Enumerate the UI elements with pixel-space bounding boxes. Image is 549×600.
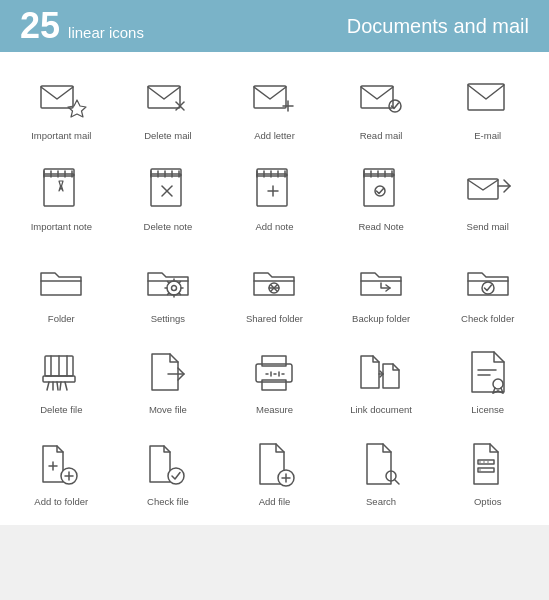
add-file-label: Add file	[259, 496, 291, 507]
svg-line-69	[47, 382, 49, 390]
svg-rect-5	[254, 86, 286, 108]
add-file-icon	[246, 436, 302, 492]
svg-point-50	[171, 285, 176, 290]
icon-cell-delete-mail: Delete mail	[115, 64, 222, 147]
svg-rect-28	[257, 174, 287, 206]
icon-cell-settings: Settings	[115, 247, 222, 330]
icon-cell-check-folder: Check folder	[434, 247, 541, 330]
add-letter-icon	[246, 70, 302, 126]
icon-cell-important-note: Important note	[8, 155, 115, 238]
settings-icon	[140, 253, 196, 309]
delete-note-label: Delete note	[144, 221, 193, 232]
search-label: Search	[366, 496, 396, 507]
svg-rect-29	[257, 169, 287, 176]
icon-cell-move-file: Move file	[115, 338, 222, 421]
icon-cell-important-mail: Important mail	[8, 64, 115, 147]
read-mail-label: Read mail	[360, 130, 403, 141]
icon-cell-options: Optios	[434, 430, 541, 513]
header-subtitle: linear icons	[68, 24, 144, 41]
options-label: Optios	[474, 496, 501, 507]
check-file-icon	[140, 436, 196, 492]
backup-folder-icon	[353, 253, 409, 309]
settings-label: Settings	[151, 313, 185, 324]
link-document-label: Link document	[350, 404, 412, 415]
svg-rect-0	[41, 86, 73, 108]
icon-cell-email: E-mail	[434, 64, 541, 147]
folder-label: Folder	[48, 313, 75, 324]
important-mail-label: Important mail	[31, 130, 91, 141]
svg-line-73	[65, 382, 67, 390]
add-to-folder-label: Add to folder	[34, 496, 88, 507]
icon-cell-license: License	[434, 338, 541, 421]
delete-mail-label: Delete mail	[144, 130, 192, 141]
icon-cell-add-file: Add file	[221, 430, 328, 513]
folder-icon	[33, 253, 89, 309]
read-note-icon	[353, 161, 409, 217]
icon-cell-delete-file: Delete file	[8, 338, 115, 421]
icon-cell-link-document: Link document	[328, 338, 435, 421]
important-mail-icon	[33, 70, 89, 126]
license-icon	[460, 344, 516, 400]
svg-line-57	[179, 281, 181, 283]
link-document-icon	[353, 344, 409, 400]
svg-rect-8	[361, 86, 393, 108]
email-icon	[460, 70, 516, 126]
delete-file-icon	[33, 344, 89, 400]
svg-line-58	[167, 293, 169, 295]
svg-rect-17	[44, 169, 74, 176]
shared-folder-label: Shared folder	[246, 313, 303, 324]
header: 25 linear icons Documents and mail	[0, 0, 549, 52]
svg-rect-10	[468, 84, 504, 110]
icon-cell-send-mail: Send mail	[434, 155, 541, 238]
check-folder-label: Check folder	[461, 313, 514, 324]
move-file-icon	[140, 344, 196, 400]
svg-rect-68	[43, 376, 75, 382]
icon-cell-backup-folder: Backup folder	[328, 247, 435, 330]
shared-folder-icon	[246, 253, 302, 309]
svg-line-55	[167, 281, 169, 283]
backup-folder-label: Backup folder	[352, 313, 410, 324]
icon-cell-check-file: Check file	[115, 430, 222, 513]
options-icon	[460, 436, 516, 492]
search-icon	[353, 436, 409, 492]
delete-mail-icon	[140, 70, 196, 126]
measure-label: Measure	[256, 404, 293, 415]
svg-line-104	[395, 479, 400, 484]
add-note-label: Add note	[255, 221, 293, 232]
license-label: License	[471, 404, 504, 415]
svg-line-72	[60, 382, 61, 390]
svg-line-56	[179, 293, 181, 295]
measure-icon	[246, 344, 302, 400]
icon-grid: Important mail Delete mail Add letter Re…	[0, 52, 549, 525]
icon-cell-shared-folder: Shared folder	[221, 247, 328, 330]
svg-rect-45	[468, 179, 498, 199]
icon-cell-add-note: Add note	[221, 155, 328, 238]
read-mail-icon	[353, 70, 409, 126]
icon-cell-measure: Measure	[221, 338, 328, 421]
icon-cell-add-letter: Add letter	[221, 64, 328, 147]
header-number: 25	[20, 8, 60, 44]
svg-rect-37	[364, 174, 394, 206]
svg-rect-2	[148, 86, 180, 108]
icon-cell-folder: Folder	[8, 247, 115, 330]
send-mail-icon	[460, 161, 516, 217]
svg-rect-38	[364, 169, 394, 176]
read-note-label: Read Note	[358, 221, 403, 232]
send-mail-label: Send mail	[467, 221, 509, 232]
icon-cell-search: Search	[328, 430, 435, 513]
svg-point-99	[168, 468, 184, 484]
move-file-label: Move file	[149, 404, 187, 415]
add-to-folder-icon	[33, 436, 89, 492]
icon-cell-delete-note: Delete note	[115, 155, 222, 238]
email-label: E-mail	[474, 130, 501, 141]
delete-note-icon	[140, 161, 196, 217]
add-note-icon	[246, 161, 302, 217]
icon-cell-read-note: Read Note	[328, 155, 435, 238]
header-title: Documents and mail	[347, 15, 529, 38]
svg-line-71	[57, 382, 58, 390]
important-note-icon	[33, 161, 89, 217]
icon-cell-add-to-folder: Add to folder	[8, 430, 115, 513]
svg-rect-20	[151, 169, 181, 176]
icon-cell-read-mail: Read mail	[328, 64, 435, 147]
check-folder-icon	[460, 253, 516, 309]
